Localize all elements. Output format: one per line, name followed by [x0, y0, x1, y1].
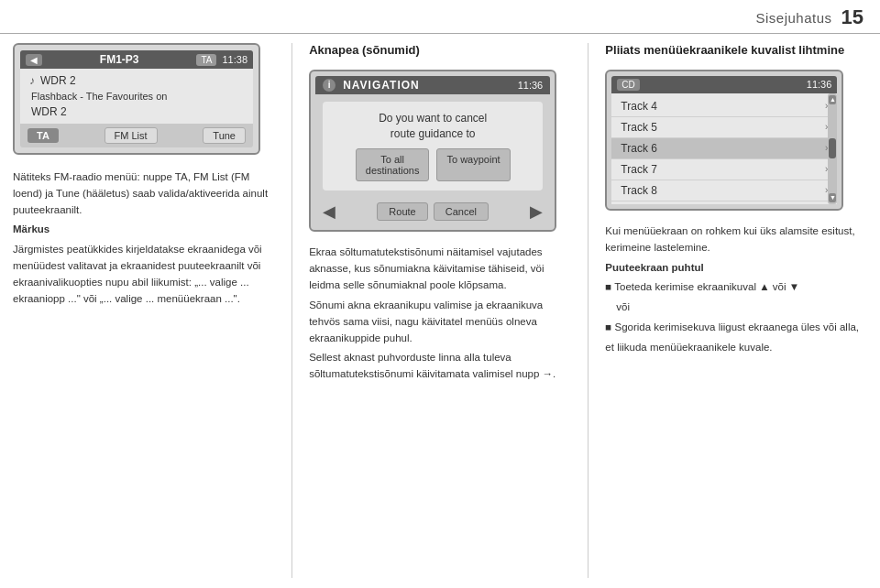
music-icon: ♪ [29, 74, 35, 87]
cd-track-label: Track 6 [621, 142, 820, 155]
cd-track-label: Track 5 [621, 121, 820, 134]
nav-to-all-button[interactable]: To alldestinations [356, 148, 430, 181]
fm-bottom-bar: TA FM List Tune [20, 124, 253, 147]
main-content: ◀ FM1-P3 TA 11:38 ♪ WDR 2 Flashback - Th… [0, 34, 880, 587]
cd-top-bar: CD 11:36 [611, 76, 837, 93]
fm-station-label: FM1-P3 [48, 53, 191, 66]
page-header: Sisejuhatus 15 [0, 0, 880, 34]
cd-track-item[interactable]: Track 7› [611, 159, 837, 180]
nav-route-button[interactable]: Route [377, 202, 427, 221]
nav-to-waypoint-button[interactable]: To waypoint [436, 148, 510, 181]
fm-station-name: WDR 2 [40, 74, 76, 87]
col-cd: Pliiats menüüekraanikele kuvalist lihtmi… [605, 43, 867, 578]
cd-track-item[interactable]: Track 4› [611, 96, 837, 117]
nav-screen-mockup: i NAVIGATION 11:36 Do you want to cancel… [309, 70, 556, 233]
nav-center-buttons: Route Cancel [341, 202, 524, 221]
nav-dialog-text: Do you want to cancelroute guidance to [379, 111, 487, 142]
fm-description: Nätiteks FM-raadio menüü: nuppe TA, FM L… [13, 169, 275, 311]
nav-body-text: Ekraa sõltumatutekstisõnumi näitamisel v… [309, 245, 571, 387]
nav-prev-icon[interactable]: ◀ [323, 201, 336, 222]
col-divider-2 [588, 43, 589, 578]
cd-track-item[interactable]: Track 5› [611, 117, 837, 138]
cd-scroll-up-icon[interactable]: ▲ [829, 95, 836, 104]
nav-section-heading: Aknapea (sõnumid) [309, 43, 571, 59]
info-icon: i [323, 79, 336, 92]
cd-section-heading: Pliiats menüüekraanikele kuvalist lihtmi… [605, 43, 867, 59]
nav-time: 11:36 [518, 80, 544, 91]
fm-top-bar: ◀ FM1-P3 TA 11:38 [20, 50, 253, 69]
fm-main-area: ♪ WDR 2 Flashback - The Favourites on WD… [20, 69, 253, 124]
cd-track-item[interactable]: Track 6› [611, 138, 837, 159]
nav-top-bar: i NAVIGATION 11:36 [315, 76, 550, 94]
col-fm-radio: ◀ FM1-P3 TA 11:38 ♪ WDR 2 Flashback - Th… [13, 43, 275, 578]
col-divider-1 [292, 43, 293, 578]
cd-track-label: Track 4 [621, 100, 820, 113]
nav-cancel-button[interactable]: Cancel [434, 202, 489, 221]
cd-tracks-wrapper: Track 4›Track 5›Track 6›Track 7›Track 8›… [611, 93, 837, 204]
fm-screen-mockup: ◀ FM1-P3 TA 11:38 ♪ WDR 2 Flashback - Th… [13, 43, 260, 155]
fm-ta-button[interactable]: TA [28, 128, 59, 143]
nav-dialog: Do you want to cancelroute guidance to T… [323, 102, 543, 191]
fm-tune-button[interactable]: Tune [203, 127, 246, 144]
page-title: Sisejuhatus [755, 10, 831, 26]
cd-icon: CD [617, 79, 639, 91]
cd-screen-mockup: CD 11:36 Track 4›Track 5›Track 6›Track 7… [605, 70, 843, 211]
fm-note-heading: Märkus [13, 223, 50, 234]
col-navigation: Aknapea (sõnumid) i NAVIGATION 11:36 Do … [309, 43, 571, 578]
cd-track-item[interactable]: Track 8› [611, 180, 837, 201]
fm-ta-badge: TA [196, 54, 216, 66]
cd-time: 11:36 [807, 79, 832, 90]
fm-time: 11:38 [222, 54, 248, 65]
nav-bottom-bar: ◀ Route Cancel ▶ [315, 198, 550, 225]
nav-label: NAVIGATION [343, 79, 510, 92]
cd-tracks-list: Track 4›Track 5›Track 6›Track 7›Track 8› [611, 93, 837, 204]
cd-scroll-down-icon[interactable]: ▼ [829, 193, 836, 202]
fm-station-row: ♪ WDR 2 [29, 74, 244, 87]
nav-next-icon[interactable]: ▶ [530, 201, 543, 222]
fm-fmlist-button[interactable]: FM List [104, 127, 158, 144]
fm-station-name2: WDR 2 [29, 105, 244, 118]
cd-body-text: Kui menüüekraan on rohkem kui üks alamsi… [605, 223, 867, 360]
cd-track-label: Track 7 [621, 163, 820, 176]
cd-track-label: Track 8 [621, 184, 820, 197]
cd-subheading: Puuteekraan puhtul [605, 262, 703, 273]
cd-scrollbar[interactable]: ▲ ▼ [828, 93, 837, 204]
cd-scroll-thumb[interactable] [829, 138, 836, 158]
page-number: 15 [842, 5, 864, 29]
fm-back-button[interactable]: ◀ [26, 54, 42, 66]
fm-info-line: Flashback - The Favourites on [29, 91, 244, 102]
nav-dialog-buttons: To alldestinations To waypoint [356, 148, 511, 181]
